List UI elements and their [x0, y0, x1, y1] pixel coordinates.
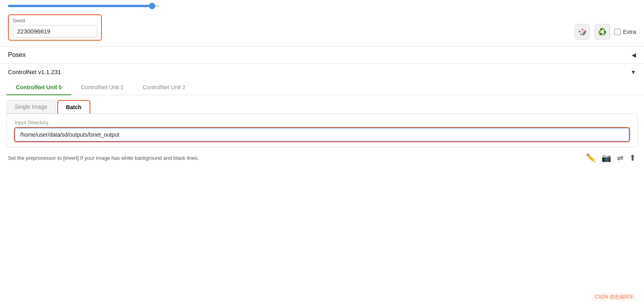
input-dir-field[interactable] — [15, 128, 629, 141]
seed-controls: 🎲 ♻️ Extra — [574, 14, 636, 40]
info-row: Set the preprocessor to [invert] If your… — [0, 147, 644, 168]
upload-icon[interactable]: ⬆ — [629, 153, 636, 163]
slider-thumb[interactable] — [149, 3, 155, 9]
seed-label: Seed — [13, 18, 97, 24]
recycle-button[interactable]: ♻️ — [594, 24, 610, 40]
info-text: Set the preprocessor to [invert] If your… — [8, 155, 586, 161]
dice-icon: 🎲 — [578, 27, 587, 36]
recycle-icon: ♻️ — [598, 27, 607, 36]
seed-input[interactable] — [13, 25, 97, 37]
sub-tabs-row: Single Image Batch — [0, 95, 644, 114]
extra-text: Extra — [623, 29, 636, 35]
seed-box: Seed — [8, 14, 102, 41]
dice-button[interactable]: 🎲 — [574, 24, 590, 40]
posex-title: Posex — [8, 51, 25, 59]
extra-label[interactable]: Extra — [614, 29, 636, 35]
camera-icon[interactable]: 📷 — [601, 153, 611, 163]
controlnet-section: ControlNet v1.1.231 ▼ ControlNet Unit 0 … — [0, 63, 644, 168]
slider-section — [0, 0, 644, 10]
controlnet-title: ControlNet v1.1.231 — [8, 69, 61, 75]
input-directory-section: Input Directory — [6, 114, 638, 147]
swap-icon[interactable]: ⇌ — [617, 153, 624, 163]
slider-track[interactable] — [8, 5, 159, 7]
posex-section-header[interactable]: Posex ◀ — [0, 46, 644, 63]
controlnet-collapse-icon[interactable]: ▼ — [630, 69, 636, 75]
tab-controlnet-unit-0[interactable]: ControlNet Unit 0 — [6, 80, 71, 95]
controlnet-header: ControlNet v1.1.231 ▼ — [0, 64, 644, 80]
tab-controlnet-unit-1[interactable]: ControlNet Unit 1 — [71, 80, 133, 95]
edit-icon[interactable]: ✏️ — [586, 153, 596, 163]
seed-section: Seed 🎲 ♻️ Extra — [0, 10, 644, 46]
sub-tab-single-image[interactable]: Single Image — [6, 100, 56, 114]
tab-controlnet-unit-2[interactable]: ControlNet Unit 2 — [133, 80, 195, 95]
slider-fill — [8, 5, 155, 7]
controlnet-tabs-row: ControlNet Unit 0 ControlNet Unit 1 Cont… — [0, 80, 644, 95]
input-dir-label: Input Directory — [15, 120, 629, 126]
posex-collapse-icon[interactable]: ◀ — [632, 52, 636, 58]
sub-tab-batch[interactable]: Batch — [57, 100, 90, 114]
page-wrapper: Seed 🎲 ♻️ Extra Posex ◀ ControlNet v1.1.… — [0, 0, 644, 168]
extra-checkbox[interactable] — [614, 29, 621, 35]
info-icons: ✏️ 📷 ⇌ ⬆ — [586, 153, 636, 163]
